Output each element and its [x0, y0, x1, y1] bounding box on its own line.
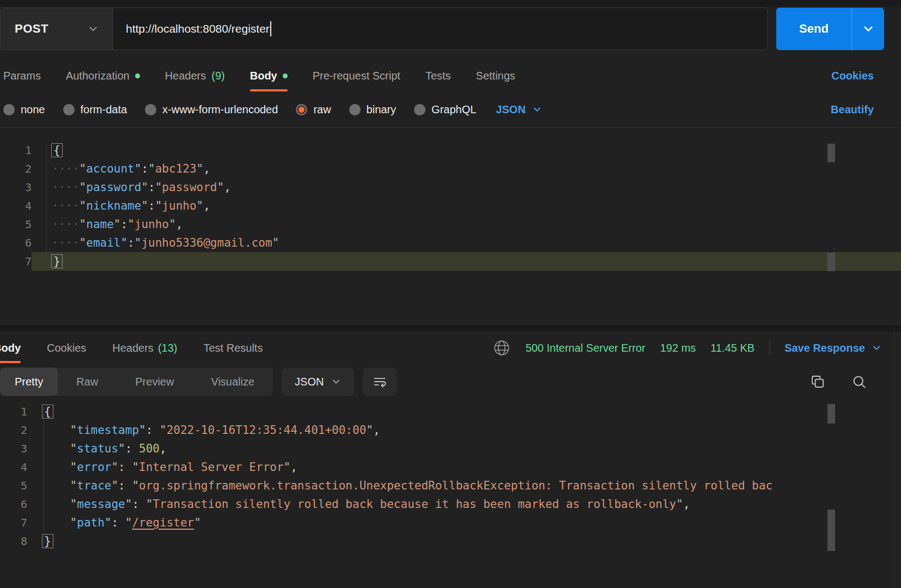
- code-line[interactable]: 1{: [0, 141, 901, 160]
- code-line[interactable]: 5 "trace": "org.springframework.transact…: [0, 476, 901, 495]
- view-visualize[interactable]: Visualize: [192, 367, 273, 396]
- chevron-down-icon: [88, 23, 99, 34]
- view-raw[interactable]: Raw: [58, 367, 117, 396]
- code-token: message: [77, 498, 125, 511]
- tab-params[interactable]: Params: [3, 60, 41, 91]
- method-select[interactable]: POST: [0, 8, 113, 50]
- radio-icon: [63, 104, 75, 115]
- send-button[interactable]: Send: [776, 8, 851, 50]
- line-number: 8: [0, 535, 27, 548]
- code-line[interactable]: 6 "message": "Transaction silently rolle…: [0, 495, 901, 513]
- line-number: 1: [0, 144, 32, 157]
- request-editor-scroll-marker[interactable]: [827, 253, 835, 271]
- code-token: ": [217, 181, 224, 194]
- tab-authorization[interactable]: Authorization: [66, 60, 140, 91]
- code-token: ": [70, 516, 77, 529]
- bodytype-binary[interactable]: binary: [349, 103, 396, 116]
- code-line[interactable]: 1{: [0, 402, 901, 421]
- bodytype-raw[interactable]: raw: [296, 103, 331, 116]
- bodytype-label: raw: [313, 103, 331, 116]
- search-button[interactable]: [851, 373, 867, 390]
- code-content: "error": "Internal Server Error",: [27, 458, 901, 476]
- response-meta: 500 Internal Server Error 192 ms 11.45 K…: [492, 339, 881, 357]
- code-line[interactable]: 4 "error": "Internal Server Error",: [0, 458, 901, 476]
- code-line[interactable]: 7}: [0, 252, 901, 271]
- line-number: 3: [0, 181, 32, 194]
- tab-settings[interactable]: Settings: [476, 60, 515, 91]
- code-token: ": [80, 199, 87, 212]
- response-size: 11.45 KB: [710, 342, 754, 354]
- wrap-lines-button[interactable]: [363, 367, 397, 396]
- code-token: :: [127, 236, 135, 249]
- code-content: "message": "Transaction silently rolled …: [27, 495, 901, 513]
- code-token: ": [135, 236, 142, 249]
- code-token: [42, 461, 70, 474]
- body-language-select[interactable]: JSON: [496, 103, 541, 116]
- code-token: 500: [139, 442, 160, 455]
- tab-body[interactable]: Body: [250, 60, 288, 91]
- request-tabs: Params Authorization Headers (9) Body Pr…: [0, 60, 901, 91]
- code-token: [42, 479, 70, 492]
- request-body-editor[interactable]: 1{2····"account":"abc123",3····"password…: [0, 128, 901, 324]
- code-content: {: [27, 402, 901, 421]
- code-token: ": [169, 218, 176, 231]
- line-number: 2: [0, 162, 32, 175]
- response-editor-scrollbar-thumb[interactable]: [827, 404, 835, 424]
- tab-tests[interactable]: Tests: [425, 60, 451, 91]
- code-line[interactable]: 2····"account":"abc123",: [0, 160, 901, 178]
- code-token: ,: [224, 181, 231, 194]
- chevron-down-icon: [862, 23, 874, 35]
- bodytype-none[interactable]: none: [3, 103, 45, 116]
- url-input[interactable]: http://localhost:8080/register: [113, 8, 768, 50]
- response-body-viewer[interactable]: 1{2 "timestamp": "2022-10-16T12:35:44.40…: [0, 400, 901, 587]
- tab-pre-request-script[interactable]: Pre-request Script: [313, 60, 400, 91]
- code-line[interactable]: 4····"nickname":"junho",: [0, 197, 901, 215]
- view-pretty[interactable]: Pretty: [0, 367, 58, 396]
- window-top-strip: [0, 0, 901, 7]
- response-code-lines: 1{2 "timestamp": "2022-10-16T12:35:44.40…: [0, 400, 901, 587]
- send-options-button[interactable]: [851, 8, 884, 50]
- cookies-link[interactable]: Cookies: [831, 70, 874, 82]
- code-token: password: [162, 181, 217, 194]
- copy-button[interactable]: [809, 373, 826, 390]
- bodytype-graphql[interactable]: GraphQL: [414, 103, 476, 116]
- code-token: name: [86, 218, 114, 231]
- code-line[interactable]: 8}: [0, 532, 901, 550]
- response-tab-cookies[interactable]: Cookies: [47, 333, 86, 363]
- beautify-link[interactable]: Beautify: [831, 103, 874, 116]
- tab-label: Test Results: [203, 342, 263, 354]
- line-number: 7: [0, 255, 32, 268]
- bodytype-label: x-www-form-urlencoded: [162, 103, 278, 116]
- code-token: ": [272, 236, 279, 249]
- code-token: ": [118, 442, 125, 455]
- code-line[interactable]: 6····"email":"junho5336@gmail.com": [0, 234, 901, 252]
- view-preview[interactable]: Preview: [117, 367, 192, 396]
- save-response-button[interactable]: Save Response: [784, 342, 881, 354]
- request-editor-scrollbar-thumb[interactable]: [827, 144, 835, 162]
- code-token: :: [148, 199, 155, 212]
- code-token: password: [86, 181, 141, 194]
- response-tab-headers[interactable]: Headers (13): [112, 333, 177, 363]
- line-number: 6: [0, 498, 27, 511]
- code-token: ····: [52, 162, 80, 175]
- code-line[interactable]: 7 "path": "/register": [0, 513, 901, 532]
- response-editor-scrollbar-thumb[interactable]: [827, 510, 835, 551]
- response-tab-test-results[interactable]: Test Results: [203, 333, 263, 363]
- response-tab-body[interactable]: Body: [0, 333, 21, 363]
- url-text: http://localhost:8080/register: [126, 22, 270, 35]
- line-number: 5: [0, 218, 32, 231]
- bodytype-x-www-form-urlencoded[interactable]: x-www-form-urlencoded: [145, 103, 278, 116]
- code-line[interactable]: 3····"password":"password",: [0, 178, 901, 197]
- code-token: ": [197, 162, 204, 175]
- code-line[interactable]: 3 "status": 500,: [0, 439, 901, 458]
- code-line[interactable]: 2 "timestamp": "2022-10-16T12:35:44.401+…: [0, 421, 901, 439]
- bodytype-form-data[interactable]: form-data: [63, 103, 127, 116]
- tab-label: Tests: [425, 70, 451, 82]
- code-token: ,: [373, 424, 380, 437]
- code-token: :: [120, 218, 127, 231]
- response-language-select[interactable]: JSON: [282, 367, 354, 396]
- section-separator[interactable]: [0, 324, 901, 333]
- tab-headers[interactable]: Headers (9): [165, 60, 225, 91]
- code-line[interactable]: 5····"name":"junho",: [0, 215, 901, 234]
- line-number: 1: [0, 405, 27, 418]
